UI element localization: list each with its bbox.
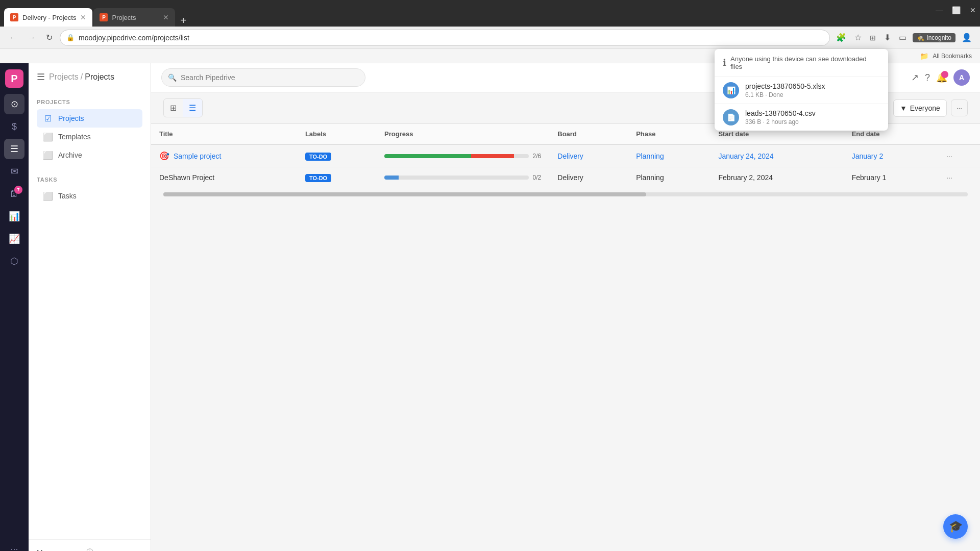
tab-delivery-projects[interactable]: P Delivery - Projects ✕ [4,8,92,27]
notification-badge [941,71,948,78]
row2-start-date-text: February 2, 2024 [718,173,773,182]
add-tab-button[interactable]: + [176,15,190,27]
download-item-2[interactable]: 📄 leads-13870650-4.csv 336 B · 2 hours a… [715,104,888,131]
browser-tabs: P Delivery - Projects ✕ P Projects ✕ + [4,0,190,27]
tab-title-2: Projects [112,14,159,21]
address-bar[interactable]: 🔒 moodjoy.pipedrive.com/projects/list [60,30,830,46]
table-container: Title Labels Progress Board Phase Start … [151,124,980,551]
lock-icon: 🔒 [66,34,75,41]
col-actions [939,124,980,144]
avatar[interactable]: A [953,69,970,86]
minimize-button[interactable]: — [932,4,947,16]
col-progress: Progress [376,124,549,144]
download-item-meta-2: 336 B · 2 hours ago [745,118,880,126]
info-icon: ⓘ [86,548,93,551]
filter-everyone-button[interactable]: ▼ Everyone [893,99,947,117]
row1-title[interactable]: 🎯 Sample project [151,144,297,167]
row2-progress-fill-blue [384,176,399,180]
row1-label-badge: TO-DO [305,153,331,161]
rail-icon-mail[interactable]: ✉ [4,161,24,182]
row1-progress-fill-red [471,154,514,158]
search-bar[interactable]: 🔍 [161,68,365,87]
download-header-text: Anyone using this device can see downloa… [730,55,880,70]
sidebar-header: ☰ Projects / Projects [29,63,151,91]
sidebar-menu-button[interactable]: ☰ [37,71,45,83]
tasks-icon: ⬜ [43,191,53,201]
forward-button[interactable]: → [24,31,39,44]
col-phase: Phase [628,124,710,144]
tab-projects[interactable]: P Projects ✕ [93,8,175,27]
tab-favicon-2: P [100,13,108,21]
board-view-button[interactable]: ⊞ [164,99,183,117]
table-row: DeShawn Project TO-DO 0/2 [151,167,980,188]
row2-phase-text: Planning [636,173,664,182]
row1-phase-text: Planning [636,152,664,160]
rail-more-icon[interactable]: ··· [4,539,24,551]
help-fab-icon: 🎓 [949,520,963,533]
tab-close-2[interactable]: ✕ [163,13,169,21]
rail-icon-calendar[interactable]: 🗓 7 [4,184,24,204]
row1-board[interactable]: Delivery [549,144,628,167]
row2-more[interactable]: ··· [939,167,980,188]
close-button[interactable]: ✕ [966,4,980,16]
main-content: 🔍 ↗ ? 🔔 A ⊞ ☰ + + Project [151,63,980,551]
scroll-track[interactable] [163,192,968,196]
tasks-section: TASKS ⬜ Tasks [29,168,151,209]
more-options-button[interactable]: ··· [951,99,968,116]
projects-icon: ☑ [43,113,53,123]
row1-start-date-text: January 24, 2024 [718,152,773,160]
tab-close-1[interactable]: ✕ [80,13,86,21]
sidebar-item-projects[interactable]: ☑ Projects [37,109,142,128]
tab-groups-icon[interactable]: ⊞ [868,32,878,44]
row1-title-link[interactable]: 🎯 Sample project [159,151,289,161]
notification-button[interactable]: 🔔 [936,72,947,83]
projects-label: Projects [58,114,84,122]
download-item-1[interactable]: 📊 projects-13870650-5.xlsx 6.1 KB · Done [715,77,888,104]
row1-more[interactable]: ··· [939,144,980,167]
filter-icon: ▼ [900,104,907,112]
sidebar-item-templates[interactable]: ⬜ Templates [37,128,142,146]
archive-label: Archive [58,151,82,159]
row1-board-link[interactable]: Delivery [557,152,583,160]
row2-board[interactable]: Delivery [549,167,628,188]
profile-icon[interactable]: 👤 [960,31,974,44]
sidebar-item-archive[interactable]: ⬜ Archive [37,146,142,164]
breadcrumb-current: Projects [85,72,114,82]
help-button[interactable]: ? [925,72,930,83]
row2-progress-bar [384,176,529,180]
rail-icon-home[interactable]: ⊙ [4,94,24,114]
back-button[interactable]: ← [6,31,20,44]
breadcrumb-parent[interactable]: Projects [49,72,79,82]
search-icon: 🔍 [168,73,177,82]
sidebar-item-tasks[interactable]: ⬜ Tasks [37,187,142,205]
rail-icon-reports[interactable]: 📊 [4,206,24,227]
bookmarks-label[interactable]: All Bookmarks [933,53,972,60]
bookmarks-folder-icon: 📁 [920,52,928,60]
search-input[interactable] [181,73,359,82]
rail-icon-trends[interactable]: 📈 [4,229,24,249]
share-button[interactable]: ↗ [911,72,919,83]
rail-icon-deals[interactable]: $ [4,116,24,137]
rail-icon-integrations[interactable]: ⬡ [4,251,24,271]
download-panel-header: ℹ Anyone using this device can see downl… [715,49,888,77]
list-view-button[interactable]: ☰ [183,99,202,117]
reload-button[interactable]: ↻ [43,31,56,44]
templates-icon: ⬜ [43,132,53,142]
view-toggle: ⊞ ☰ [163,98,203,117]
row2-title[interactable]: DeShawn Project [151,167,297,188]
rail-icon-projects[interactable]: ☰ [4,139,24,159]
row1-end-date: January 2 [844,144,939,167]
sidebar-toggle-icon[interactable]: ▭ [897,31,909,44]
manage-users[interactable]: Manage users ⓘ [37,548,142,551]
rail-logo[interactable]: P [5,69,23,88]
extension-icon[interactable]: 🧩 [834,31,848,44]
download-icon[interactable]: ⬇ [882,31,893,44]
help-fab[interactable]: 🎓 [943,514,968,539]
url-display: moodjoy.pipedrive.com/projects/list [79,34,823,42]
row1-progress-bar-container: 2/6 [384,153,541,160]
maximize-button[interactable]: ⬜ [948,4,965,16]
star-icon[interactable]: ☆ [852,31,864,44]
projects-section-title: PROJECTS [37,99,142,105]
row2-phase: Planning [628,167,710,188]
row2-progress-bar-container: 0/2 [384,174,541,181]
